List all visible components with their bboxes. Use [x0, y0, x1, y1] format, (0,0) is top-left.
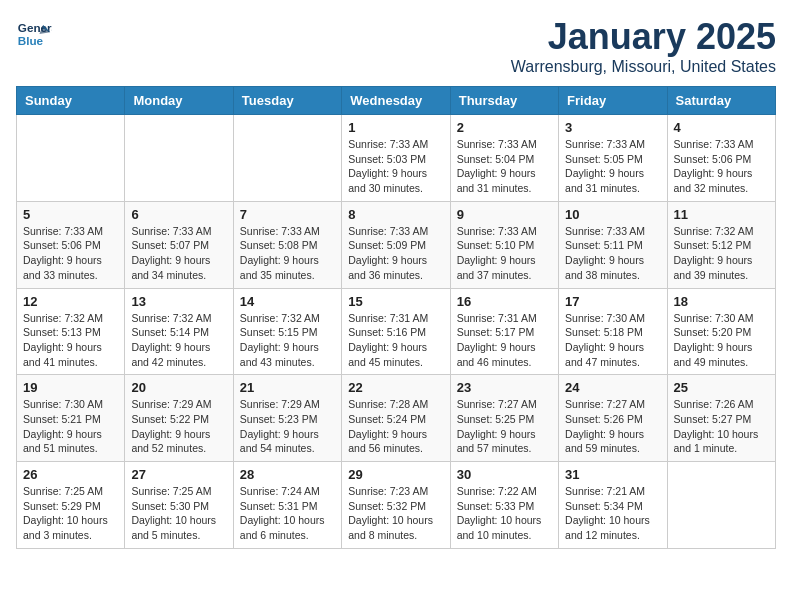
day-info: Sunrise: 7:29 AM Sunset: 5:22 PM Dayligh… — [131, 397, 226, 456]
day-info: Sunrise: 7:33 AM Sunset: 5:08 PM Dayligh… — [240, 224, 335, 283]
day-number: 19 — [23, 380, 118, 395]
day-info: Sunrise: 7:24 AM Sunset: 5:31 PM Dayligh… — [240, 484, 335, 543]
calendar-day-8: 8Sunrise: 7:33 AM Sunset: 5:09 PM Daylig… — [342, 201, 450, 288]
day-number: 17 — [565, 294, 660, 309]
calendar-day-26: 26Sunrise: 7:25 AM Sunset: 5:29 PM Dayli… — [17, 462, 125, 549]
calendar-day-9: 9Sunrise: 7:33 AM Sunset: 5:10 PM Daylig… — [450, 201, 558, 288]
calendar-subtitle: Warrensburg, Missouri, United States — [511, 58, 776, 76]
day-number: 29 — [348, 467, 443, 482]
weekday-header-tuesday: Tuesday — [233, 87, 341, 115]
day-number: 31 — [565, 467, 660, 482]
day-info: Sunrise: 7:22 AM Sunset: 5:33 PM Dayligh… — [457, 484, 552, 543]
empty-day-cell — [125, 115, 233, 202]
svg-text:Blue: Blue — [18, 34, 44, 47]
day-number: 25 — [674, 380, 769, 395]
calendar-day-12: 12Sunrise: 7:32 AM Sunset: 5:13 PM Dayli… — [17, 288, 125, 375]
calendar-day-11: 11Sunrise: 7:32 AM Sunset: 5:12 PM Dayli… — [667, 201, 775, 288]
calendar-day-2: 2Sunrise: 7:33 AM Sunset: 5:04 PM Daylig… — [450, 115, 558, 202]
weekday-header-sunday: Sunday — [17, 87, 125, 115]
day-number: 6 — [131, 207, 226, 222]
weekday-header-saturday: Saturday — [667, 87, 775, 115]
day-number: 22 — [348, 380, 443, 395]
day-number: 23 — [457, 380, 552, 395]
calendar-day-17: 17Sunrise: 7:30 AM Sunset: 5:18 PM Dayli… — [559, 288, 667, 375]
day-info: Sunrise: 7:30 AM Sunset: 5:21 PM Dayligh… — [23, 397, 118, 456]
day-number: 14 — [240, 294, 335, 309]
calendar-day-7: 7Sunrise: 7:33 AM Sunset: 5:08 PM Daylig… — [233, 201, 341, 288]
day-info: Sunrise: 7:33 AM Sunset: 5:10 PM Dayligh… — [457, 224, 552, 283]
day-info: Sunrise: 7:32 AM Sunset: 5:15 PM Dayligh… — [240, 311, 335, 370]
day-info: Sunrise: 7:33 AM Sunset: 5:06 PM Dayligh… — [23, 224, 118, 283]
day-number: 15 — [348, 294, 443, 309]
day-number: 20 — [131, 380, 226, 395]
day-info: Sunrise: 7:30 AM Sunset: 5:18 PM Dayligh… — [565, 311, 660, 370]
calendar-day-15: 15Sunrise: 7:31 AM Sunset: 5:16 PM Dayli… — [342, 288, 450, 375]
calendar-week-row: 12Sunrise: 7:32 AM Sunset: 5:13 PM Dayli… — [17, 288, 776, 375]
day-number: 8 — [348, 207, 443, 222]
calendar-day-4: 4Sunrise: 7:33 AM Sunset: 5:06 PM Daylig… — [667, 115, 775, 202]
day-number: 2 — [457, 120, 552, 135]
day-number: 1 — [348, 120, 443, 135]
day-number: 30 — [457, 467, 552, 482]
day-number: 28 — [240, 467, 335, 482]
day-info: Sunrise: 7:26 AM Sunset: 5:27 PM Dayligh… — [674, 397, 769, 456]
day-number: 12 — [23, 294, 118, 309]
day-number: 13 — [131, 294, 226, 309]
calendar-day-25: 25Sunrise: 7:26 AM Sunset: 5:27 PM Dayli… — [667, 375, 775, 462]
calendar-day-31: 31Sunrise: 7:21 AM Sunset: 5:34 PM Dayli… — [559, 462, 667, 549]
day-info: Sunrise: 7:32 AM Sunset: 5:12 PM Dayligh… — [674, 224, 769, 283]
calendar-week-row: 26Sunrise: 7:25 AM Sunset: 5:29 PM Dayli… — [17, 462, 776, 549]
day-info: Sunrise: 7:27 AM Sunset: 5:26 PM Dayligh… — [565, 397, 660, 456]
day-info: Sunrise: 7:33 AM Sunset: 5:04 PM Dayligh… — [457, 137, 552, 196]
calendar-day-30: 30Sunrise: 7:22 AM Sunset: 5:33 PM Dayli… — [450, 462, 558, 549]
calendar-day-14: 14Sunrise: 7:32 AM Sunset: 5:15 PM Dayli… — [233, 288, 341, 375]
day-info: Sunrise: 7:33 AM Sunset: 5:07 PM Dayligh… — [131, 224, 226, 283]
calendar-day-13: 13Sunrise: 7:32 AM Sunset: 5:14 PM Dayli… — [125, 288, 233, 375]
calendar-day-1: 1Sunrise: 7:33 AM Sunset: 5:03 PM Daylig… — [342, 115, 450, 202]
weekday-header-wednesday: Wednesday — [342, 87, 450, 115]
weekday-header-thursday: Thursday — [450, 87, 558, 115]
calendar-week-row: 5Sunrise: 7:33 AM Sunset: 5:06 PM Daylig… — [17, 201, 776, 288]
day-info: Sunrise: 7:33 AM Sunset: 5:06 PM Dayligh… — [674, 137, 769, 196]
day-info: Sunrise: 7:27 AM Sunset: 5:25 PM Dayligh… — [457, 397, 552, 456]
calendar-day-27: 27Sunrise: 7:25 AM Sunset: 5:30 PM Dayli… — [125, 462, 233, 549]
calendar-day-19: 19Sunrise: 7:30 AM Sunset: 5:21 PM Dayli… — [17, 375, 125, 462]
weekday-header-friday: Friday — [559, 87, 667, 115]
day-info: Sunrise: 7:32 AM Sunset: 5:14 PM Dayligh… — [131, 311, 226, 370]
day-number: 5 — [23, 207, 118, 222]
day-info: Sunrise: 7:33 AM Sunset: 5:05 PM Dayligh… — [565, 137, 660, 196]
calendar-day-21: 21Sunrise: 7:29 AM Sunset: 5:23 PM Dayli… — [233, 375, 341, 462]
day-info: Sunrise: 7:25 AM Sunset: 5:30 PM Dayligh… — [131, 484, 226, 543]
logo: General Blue — [16, 16, 52, 52]
day-number: 4 — [674, 120, 769, 135]
day-info: Sunrise: 7:33 AM Sunset: 5:03 PM Dayligh… — [348, 137, 443, 196]
logo-icon: General Blue — [16, 16, 52, 52]
calendar-title: January 2025 — [511, 16, 776, 58]
calendar-day-22: 22Sunrise: 7:28 AM Sunset: 5:24 PM Dayli… — [342, 375, 450, 462]
empty-day-cell — [233, 115, 341, 202]
day-number: 18 — [674, 294, 769, 309]
day-number: 24 — [565, 380, 660, 395]
calendar-week-row: 1Sunrise: 7:33 AM Sunset: 5:03 PM Daylig… — [17, 115, 776, 202]
day-info: Sunrise: 7:31 AM Sunset: 5:17 PM Dayligh… — [457, 311, 552, 370]
calendar-week-row: 19Sunrise: 7:30 AM Sunset: 5:21 PM Dayli… — [17, 375, 776, 462]
calendar-day-23: 23Sunrise: 7:27 AM Sunset: 5:25 PM Dayli… — [450, 375, 558, 462]
calendar-day-6: 6Sunrise: 7:33 AM Sunset: 5:07 PM Daylig… — [125, 201, 233, 288]
day-number: 21 — [240, 380, 335, 395]
title-section: January 2025 Warrensburg, Missouri, Unit… — [511, 16, 776, 76]
day-info: Sunrise: 7:33 AM Sunset: 5:09 PM Dayligh… — [348, 224, 443, 283]
day-info: Sunrise: 7:25 AM Sunset: 5:29 PM Dayligh… — [23, 484, 118, 543]
day-number: 3 — [565, 120, 660, 135]
calendar-day-24: 24Sunrise: 7:27 AM Sunset: 5:26 PM Dayli… — [559, 375, 667, 462]
day-number: 9 — [457, 207, 552, 222]
calendar-table: SundayMondayTuesdayWednesdayThursdayFrid… — [16, 86, 776, 549]
weekday-header-monday: Monday — [125, 87, 233, 115]
calendar-day-5: 5Sunrise: 7:33 AM Sunset: 5:06 PM Daylig… — [17, 201, 125, 288]
calendar-day-28: 28Sunrise: 7:24 AM Sunset: 5:31 PM Dayli… — [233, 462, 341, 549]
day-info: Sunrise: 7:23 AM Sunset: 5:32 PM Dayligh… — [348, 484, 443, 543]
calendar-day-16: 16Sunrise: 7:31 AM Sunset: 5:17 PM Dayli… — [450, 288, 558, 375]
calendar-day-18: 18Sunrise: 7:30 AM Sunset: 5:20 PM Dayli… — [667, 288, 775, 375]
day-number: 11 — [674, 207, 769, 222]
weekday-header-row: SundayMondayTuesdayWednesdayThursdayFrid… — [17, 87, 776, 115]
header: General Blue January 2025 Warrensburg, M… — [16, 16, 776, 76]
